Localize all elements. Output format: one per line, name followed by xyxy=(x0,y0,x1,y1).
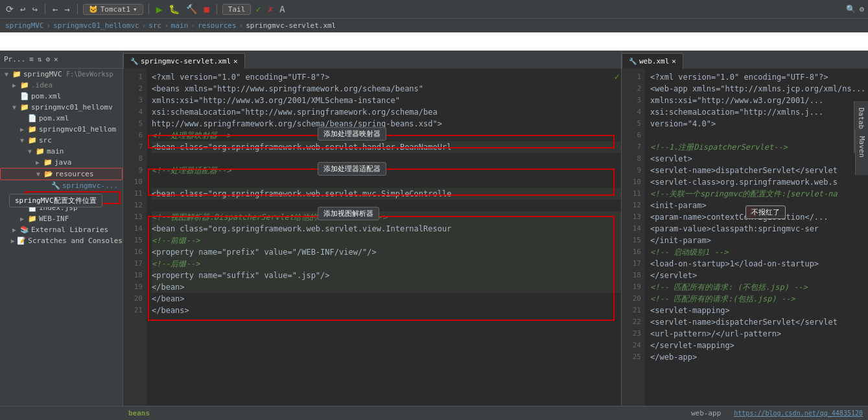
left-tab-label: springmvc-servlet.xml xyxy=(141,57,231,65)
toolbar: ⟳ ↩ ↪ ← → 🐱 Tomcat1 ▾ ▶ 🐛 🔨 ■ Tail ✓ ✗ A… xyxy=(0,0,868,18)
right-editor: 🔧 web.xml ✕ 1234567891011121314151617181… xyxy=(622,51,868,420)
status-webxml-scope: web-app xyxy=(691,409,721,417)
sidebar-item-idea[interactable]: ▶📁 .idea xyxy=(0,80,123,91)
left-code-content: <?xml version="1.0" encoding="UTF-8"?><b… xyxy=(147,69,621,420)
gutter-check: ✓ xyxy=(615,71,620,82)
breadcrumb-item-4[interactable]: resources xyxy=(198,21,237,30)
right-tab-icon: 🔧 xyxy=(629,58,637,65)
right-line-numbers: 1234567891011121314151617181920212223242… xyxy=(622,69,645,420)
sidebar-icon-expand[interactable]: ≡ xyxy=(29,55,34,64)
project-sidebar: Pr... ≡ ⇅ ⚙ ✕ ▼ 📁 springMVC F:\DevWorksp… xyxy=(0,51,123,420)
toolbar-icon-undo[interactable]: ↩ xyxy=(18,3,27,16)
tree-root[interactable]: ▼ 📁 springMVC F:\DevWorksp xyxy=(0,69,123,80)
breadcrumb-sep-3: › xyxy=(191,21,195,30)
breadcrumb-item-5: springmvc-servlet.xml xyxy=(246,21,336,30)
tree-root-label: springMVC F:\DevWorksp xyxy=(23,70,113,78)
sidebar-icon-close[interactable]: ✕ xyxy=(54,55,58,64)
sidebar-item-src[interactable]: ▼📁 src xyxy=(0,135,123,146)
breadcrumb-item-1[interactable]: springmvc01_hellomvc xyxy=(53,21,139,30)
toolbar-sep-1 xyxy=(45,4,45,14)
editor-area: 🔧 springmvc-servlet.xml ✕ 12345678910111… xyxy=(123,51,868,420)
toolbar-icon-check[interactable]: ✓ xyxy=(253,3,263,16)
toolbar-icon-refresh[interactable]: ⟳ xyxy=(4,3,16,16)
annotation-1-label: springMVC配置文件位置 xyxy=(9,194,102,207)
status-url[interactable]: https://blog.csdn.net/qq_44835120 xyxy=(734,410,863,417)
tomcat-icon: 🐱 xyxy=(89,5,98,14)
breadcrumb-sep-2: › xyxy=(164,21,169,30)
toolbar-icon-stop[interactable]: ■ xyxy=(202,3,211,16)
right-tab-webxml[interactable]: 🔧 web.xml ✕ xyxy=(622,53,683,69)
breadcrumb-sep-4: › xyxy=(239,21,244,30)
tomcat-dropdown-arrow: ▾ xyxy=(133,5,137,14)
sidebar-item-springmvc-xml[interactable]: 🔧 springmvc-... xyxy=(0,180,123,191)
annotation-4-container: 4 添加处理器适配器 xyxy=(318,163,329,174)
right-tab-label: web.xml xyxy=(639,57,669,65)
sidebar-header: Pr... ≡ ⇅ ⚙ ✕ xyxy=(0,51,123,69)
toolbar-icon-font[interactable]: A xyxy=(277,3,287,16)
left-code-area[interactable]: 123456789101112131415161718192021 <?xml … xyxy=(123,69,621,420)
right-tab-close[interactable]: ✕ xyxy=(672,57,676,65)
sidebar-item-springmvc01-module[interactable]: ▶📁 springmvc01_hellom xyxy=(0,124,123,135)
right-code-area[interactable]: 1234567891011121314151617181920212223242… xyxy=(622,69,868,420)
sidebar-icon-gear[interactable]: ⚙ xyxy=(45,55,50,64)
sidebar-item-resources[interactable]: ▼📂 resources xyxy=(0,168,123,180)
toolbar-icon-x[interactable]: ✗ xyxy=(266,3,275,16)
statusbar: beans web-app https://blog.csdn.net/qq_4… xyxy=(0,406,868,420)
toolbar-icon-debug[interactable]: 🐛 xyxy=(167,3,182,16)
left-tab-springmvc[interactable]: 🔧 springmvc-servlet.xml ✕ xyxy=(123,53,245,69)
toolbar-sep-3 xyxy=(148,4,149,14)
breadcrumb: springMVC › springmvc01_hellomvc › src ›… xyxy=(0,18,868,32)
annotation-3-label: 添加处理器映射器 xyxy=(318,127,386,141)
toolbar-icon-redo[interactable]: ↪ xyxy=(30,3,39,16)
sidebar-item-scratches[interactable]: ▶📝 Scratches and Consoles xyxy=(0,235,123,246)
annotation-1-container: 1 springMVC配置文件位置 xyxy=(9,194,21,206)
sidebar-icon-sort[interactable]: ⇅ xyxy=(38,55,42,64)
toolbar-sep-2 xyxy=(77,4,78,14)
sidebar-item-main[interactable]: ▼📁 main xyxy=(0,146,123,157)
annotation-4-label: 添加处理器适配器 xyxy=(318,162,386,176)
right-editor-tabbar: 🔧 web.xml ✕ xyxy=(622,51,868,69)
annotation-2-label: 不报红了 xyxy=(745,205,786,219)
tail-badge[interactable]: Tail xyxy=(222,4,252,15)
left-editor-tabbar: 🔧 springmvc-servlet.xml ✕ xyxy=(123,51,621,69)
sidebar-item-external-libraries[interactable]: ▶📚 External Libraries xyxy=(0,224,123,235)
annotation-3-container: 3 添加处理器映射器 xyxy=(318,128,329,139)
breadcrumb-item-2[interactable]: src xyxy=(148,21,161,30)
sidebar-item-java[interactable]: ▶📁 java xyxy=(0,157,123,168)
status-beans: beans xyxy=(0,409,150,417)
sidebar-item-web-inf[interactable]: ▶📁 WEB-INF xyxy=(0,213,123,224)
sidebar-item-springmvc01[interactable]: ▼📁 springmvc01_hellomv xyxy=(0,102,123,113)
left-tab-icon: 🔧 xyxy=(130,58,138,65)
annotation-5-label: 添加视图解析器 xyxy=(318,207,379,220)
toolbar-icon-build[interactable]: 🔨 xyxy=(184,3,199,16)
toolbar-sep-4 xyxy=(217,4,217,14)
tree-root-arrow: ▼ xyxy=(3,71,10,78)
toolbar-right-icons: 🔍 ⚙ xyxy=(846,5,864,14)
sidebar-item-pomxml-sub[interactable]: 📄 pom.xml xyxy=(0,113,123,124)
settings-icon[interactable]: ⚙ xyxy=(860,5,864,14)
maven-side-tab[interactable]: Maven xyxy=(855,130,868,175)
breadcrumb-sep-1: › xyxy=(142,21,147,30)
breadcrumb-sep-0: › xyxy=(47,21,51,30)
annotation-5-container: 5 添加视图解析器 xyxy=(318,207,329,219)
tomcat-dropdown[interactable]: 🐱 Tomcat1 ▾ xyxy=(83,4,143,15)
breadcrumb-item-3[interactable]: main xyxy=(171,21,189,30)
breadcrumb-item-0[interactable]: springMVC xyxy=(5,21,44,30)
tree-root-icon: 📁 xyxy=(12,70,21,78)
sidebar-project-label[interactable]: Pr... xyxy=(4,55,25,64)
left-line-numbers: 123456789101112131415161718192021 xyxy=(123,69,147,420)
left-tab-close[interactable]: ✕ xyxy=(233,57,238,65)
toolbar-icon-back[interactable]: ← xyxy=(51,3,60,16)
sidebar-item-pomxml-root[interactable]: 📄 pom.xml xyxy=(0,91,123,102)
tomcat-label: Tomcat1 xyxy=(100,5,130,14)
annotation-2-container: 2 不报红了 xyxy=(745,206,757,218)
left-editor: 🔧 springmvc-servlet.xml ✕ 12345678910111… xyxy=(123,51,622,420)
right-code-content: <?xml version="1.0" encoding="UTF-8"?><w… xyxy=(645,69,868,420)
toolbar-icon-forward[interactable]: → xyxy=(62,3,71,16)
main-layout: Pr... ≡ ⇅ ⚙ ✕ ▼ 📁 springMVC F:\DevWorksp… xyxy=(0,51,868,420)
search-icon[interactable]: 🔍 xyxy=(846,5,856,14)
run-button[interactable]: ▶ xyxy=(154,2,165,17)
